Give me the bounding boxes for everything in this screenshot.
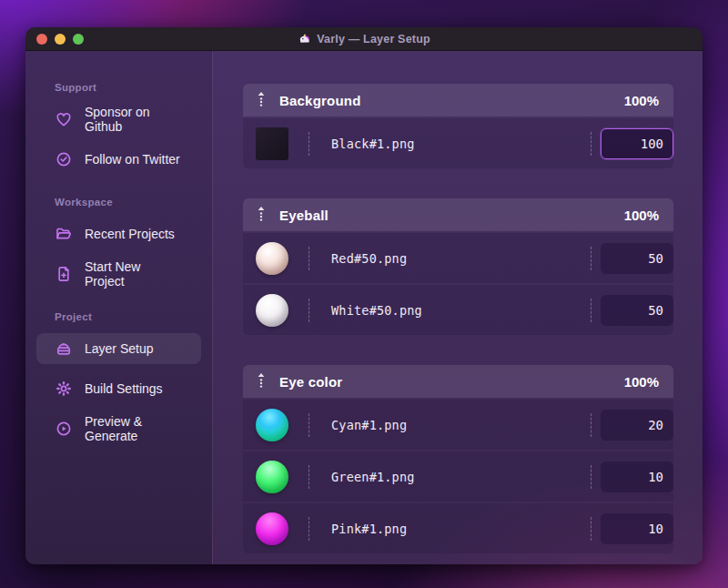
layer-filename: White#50.png (331, 303, 422, 318)
sidebar-item-label: Layer Setup (85, 341, 154, 356)
layer-filename: Red#50.png (331, 251, 407, 266)
layer-thumbnail (256, 461, 288, 493)
group-header: Background 100% (243, 84, 673, 117)
layer-row-white: White#50.png (243, 285, 673, 335)
layer-thumbnail (256, 512, 288, 545)
layer-row-cyan: Cyan#1.png (243, 400, 673, 450)
drag-handle-icon[interactable] (256, 372, 267, 390)
sidebar-item-layer-setup[interactable]: Layer Setup (36, 333, 201, 364)
divider (591, 299, 592, 322)
sidebar-item-label: Start New Project (85, 259, 183, 289)
sidebar-item-label: Preview & Generate (85, 414, 183, 443)
divider (308, 517, 309, 541)
layer-weight-input[interactable] (601, 295, 673, 326)
sidebar-item-label: Recent Projects (85, 227, 175, 241)
group-weight: 100% (624, 208, 659, 223)
group-weight: 100% (624, 374, 659, 390)
close-button[interactable] (36, 34, 47, 45)
divider (591, 465, 592, 489)
section-label-project: Project (36, 311, 201, 322)
divider (591, 132, 592, 156)
layer-row-pink: Pink#1.png (243, 503, 673, 553)
divider (591, 247, 592, 270)
sidebar: Support Sponsor on Github Follow on Twit… (25, 51, 212, 564)
group-header: Eye color 100% (243, 365, 673, 398)
sidebar-item-label: Build Settings (85, 381, 163, 396)
desktop-wallpaper: Varly — Layer Setup Support Sponsor on G… (0, 0, 728, 588)
sidebar-section-project: Project Layer Setup (36, 311, 201, 444)
sidebar-item-label: Follow on Twitter (85, 152, 180, 167)
window-title: Varly — Layer Setup (317, 33, 430, 46)
sidebar-section-support: Support Sponsor on Github Follow on Twit… (36, 82, 201, 175)
layer-thumbnail (256, 409, 288, 441)
folder-open-icon (55, 225, 73, 243)
sidebar-item-start-new-project[interactable]: Start New Project (36, 259, 201, 289)
group-title: Eyeball (279, 208, 329, 223)
layer-weight-input[interactable] (601, 513, 673, 544)
layer-filename: Cyan#1.png (331, 418, 407, 432)
layer-weight-input[interactable] (601, 128, 673, 159)
section-label-support: Support (36, 82, 201, 93)
layer-thumbnail (256, 242, 288, 275)
divider (308, 247, 309, 270)
group-title: Background (279, 93, 361, 108)
minimize-button[interactable] (55, 34, 66, 45)
title-bar: Varly — Layer Setup (25, 27, 703, 51)
drag-handle-icon[interactable] (256, 91, 267, 109)
traffic-lights (36, 34, 84, 45)
play-circle-icon (55, 420, 73, 438)
layer-filename: Green#1.png (331, 470, 415, 484)
divider (308, 299, 309, 322)
sidebar-item-label: Sponsor on Github (85, 105, 183, 134)
layer-group-eyeball: Eyeball 100% Red#50.png (243, 198, 673, 335)
layer-group-background: Background 100% Black#1.png (243, 84, 673, 168)
layer-row-red: Red#50.png (243, 233, 673, 283)
gear-icon (55, 380, 73, 398)
layer-weight-input[interactable] (601, 243, 673, 274)
divider (308, 465, 309, 489)
group-header: Eyeball 100% (243, 198, 673, 231)
divider (591, 517, 592, 541)
layer-thumbnail (256, 127, 288, 160)
divider (591, 413, 592, 437)
layer-filename: Black#1.png (331, 137, 415, 151)
layer-weight-input[interactable] (601, 461, 673, 492)
sidebar-item-follow-on-twitter[interactable]: Follow on Twitter (36, 144, 201, 175)
layer-filename: Pink#1.png (331, 522, 407, 536)
group-weight: 100% (624, 93, 659, 108)
app-window: Varly — Layer Setup Support Sponsor on G… (25, 27, 703, 564)
sidebar-item-recent-projects[interactable]: Recent Projects (36, 218, 201, 249)
layer-thumbnail (256, 294, 288, 327)
zoom-button[interactable] (73, 34, 84, 45)
sidebar-section-workspace: Workspace Recent Projects Start New Proj… (36, 197, 201, 289)
layer-setup-panel: Background 100% Black#1.png (212, 51, 703, 564)
divider (308, 132, 309, 156)
layer-row-black: Black#1.png (243, 118, 673, 168)
layer-weight-input[interactable] (601, 410, 673, 441)
sidebar-item-build-settings[interactable]: Build Settings (36, 373, 201, 404)
window-title-wrap: Varly — Layer Setup (298, 32, 430, 46)
unicorn-icon (298, 32, 311, 46)
document-plus-icon (55, 265, 73, 283)
drag-handle-icon[interactable] (256, 206, 267, 224)
verified-badge-icon (55, 150, 73, 168)
layers-icon (55, 340, 73, 358)
group-title: Eye color (279, 374, 342, 390)
layer-group-eye-color: Eye color 100% Cyan#1.png (243, 365, 673, 553)
sidebar-item-sponsor-on-github[interactable]: Sponsor on Github (36, 104, 201, 135)
divider (308, 413, 309, 437)
heart-icon (55, 110, 73, 128)
layer-row-green: Green#1.png (243, 451, 673, 502)
section-label-workspace: Workspace (36, 197, 201, 208)
sidebar-item-preview-generate[interactable]: Preview & Generate (36, 413, 201, 444)
